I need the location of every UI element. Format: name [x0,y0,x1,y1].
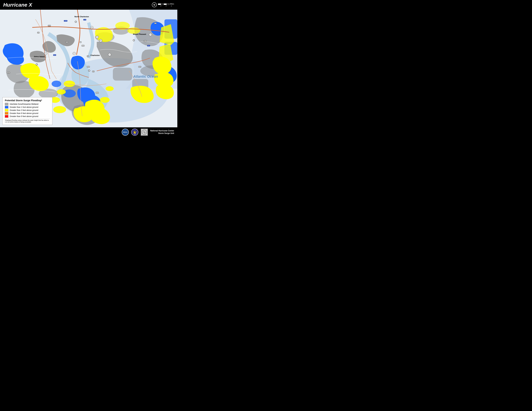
legend-item-9ft: Greater than 9 feet above ground [5,115,50,118]
shield-us17-w: 17 [44,52,47,55]
footer-bar: NOAA NWS National Hurricane Center Storm… [0,127,177,137]
header-bar: Hurricane X N Miles 0 2 4 [0,0,177,10]
legend-label-1ft: Greater than 1 foot above ground [10,106,38,108]
svg-point-22 [75,21,76,23]
legend-swatch-blue [5,106,8,108]
shield-sr61-c: 61 [66,40,68,43]
legend-label-intertidal: Intertidal Zone/Estuarine Wetland [10,103,38,105]
svg-point-18 [100,97,110,103]
footer-line2: Storm Surge Unit [150,132,174,135]
city-charleston: Charleston [90,54,100,56]
svg-point-17 [53,106,66,113]
shield-sr171-s: 171 [96,91,99,94]
scale-4: 4 [171,5,172,7]
svg-point-23 [36,64,38,65]
shield-us17-e: 17 [108,53,111,56]
shield-sr517: 517 [144,39,147,42]
scale-bar: N Miles 0 2 4 [152,2,174,7]
legend-title: Potential Storm Surge Flooding* [5,99,50,102]
shield-sr703: 703 [138,65,141,68]
legend-item-1ft: Greater than 1 foot above ground [5,106,50,108]
shield-sr171-n: 171 [82,44,85,47]
legend-item-3ft: Greater than 3 feet above ground [5,109,50,112]
shield-us78: 78 [96,36,99,38]
nhc-logo [141,129,148,136]
scale-ruler: Miles 0 2 4 [158,3,174,7]
city-johns-island: Johns Island [34,56,45,57]
shield-us52-s: 52 [99,39,102,42]
legend-label-9ft: Greater than 9 feet above ground [10,115,38,118]
legend-label-6ft: Greater than 6 feet above ground [10,112,38,114]
legend-item-intertidal: Intertidal Zone/Estuarine Wetland [5,103,50,105]
map-title: Hurricane X [3,2,32,8]
shield-us17-ne: 17 [149,33,152,36]
footer-text: National Hurricane Center Storm Surge Un… [150,130,174,135]
scale-unit: Miles [170,3,174,5]
scale-0: 0 [161,5,161,7]
legend-swatch-orange [5,112,8,115]
legend-swatch-red [5,115,8,118]
legend-swatch-yellow [5,109,8,112]
legend-footnote: *Displayed flooding values indicate the … [5,119,50,123]
shield-sr61-s: 61 [87,54,89,57]
shield-i526-w: 526 [53,53,56,56]
shield-sr41: 41 [154,21,157,24]
shield-sr30: 30 [92,70,95,73]
svg-text:NWS: NWS [134,134,136,135]
shield-sr162: 162 [7,71,10,74]
shield-sr7: 7 [80,40,81,43]
nws-logo: NWS [131,129,138,136]
north-arrow: N [152,2,157,7]
svg-point-15 [57,89,66,94]
city-mount-pleasant: Mount Pleasant [133,33,146,35]
svg-point-13 [52,81,61,87]
shield-us17-c: 17 [73,52,76,55]
svg-point-19 [105,86,114,91]
shield-sr642: 642 [48,24,51,27]
shield-sr61-n: 61 [37,31,39,34]
legend: Potential Storm Surge Flooding* Intertid… [2,97,52,125]
svg-point-25 [133,39,135,41]
svg-rect-2 [113,68,132,81]
shield-us52-n: 52 [90,26,93,29]
legend-label-3ft: Greater than 3 feet above ground [10,109,38,111]
legend-item-6ft: Greater than 6 feet above ground [5,112,50,115]
shield-i26: I-26 [83,18,86,21]
city-north-charleston: North Charleston [75,16,89,18]
scale-2: 2 [166,5,167,7]
shield-i526-nw: I-526 [64,19,67,22]
svg-point-24 [88,70,90,71]
shield-i526-e: 526 [147,44,150,47]
svg-point-21 [127,28,140,34]
ocean-label: Atlantic Ocean [133,75,158,79]
footer-line1: National Hurricane Center [150,130,174,132]
shield-sr171-c: 171 [87,65,90,68]
noaa-logo: NOAA [122,129,129,136]
legend-swatch-gray [5,103,8,105]
